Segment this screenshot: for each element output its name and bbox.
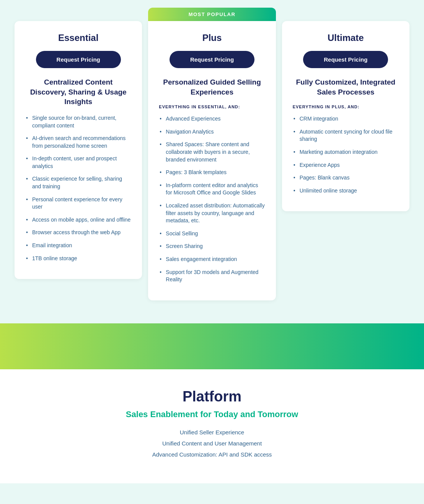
platform-subtitle: Sales Enablement for Today and Tomorrow [11,409,413,419]
essential-plan-card: Essential Request Pricing Centralized Co… [15,21,142,279]
essential-request-pricing-button[interactable]: Request Pricing [36,51,121,68]
list-item: Email integration [25,242,131,250]
plus-plan-title: Plus [159,33,265,43]
list-item: Navigation Analytics [159,128,265,136]
list-item: In-depth content, user and prospect anal… [25,155,131,170]
ultimate-everything-label: EVERYTHING IN PLUS, AND: [293,104,399,109]
list-item: 1TB online storage [25,255,131,263]
pricing-grid: Essential Request Pricing Centralized Co… [11,21,413,300]
ultimate-plan-title: Ultimate [293,33,399,43]
platform-feature-2: Unified Content and User Management [11,438,413,449]
list-item: Shared Spaces: Share content and collabo… [159,141,265,163]
list-item: Support for 3D models and Augmented Real… [159,269,265,284]
list-item: Screen Sharing [159,243,265,250]
pricing-section: MOST POPULAR Essential Request Pricing C… [0,0,424,323]
platform-section: Platform Sales Enablement for Today and … [0,369,424,483]
list-item: Pages: Blank canvas [293,174,399,182]
plus-request-pricing-button[interactable]: Request Pricing [170,51,254,68]
most-popular-badge: MOST POPULAR [148,8,276,21]
gradient-divider [0,323,424,369]
list-item: AI-driven search and recommendations fro… [25,135,131,150]
plus-plan-card: Plus Request Pricing Personalized Guided… [148,21,276,300]
essential-plan-title: Essential [25,33,131,43]
plus-feature-list: Advanced Experiences Navigation Analytic… [159,115,265,284]
list-item: Pages: 3 Blank templates [159,169,265,176]
list-item: CRM integration [293,115,399,123]
platform-feature-1: Unified Seller Experience [11,427,413,437]
essential-feature-list: Single source for on-brand, current, com… [25,114,131,262]
list-item: Sales engagement integration [159,256,265,263]
list-item: Unlimited online storage [293,187,399,195]
plus-plan-headline: Personalized Guided Selling Experiences [159,77,265,97]
list-item: Single source for on-brand, current, com… [25,114,131,129]
plus-everything-label: EVERYTHING IN ESSENTIAL, AND: [159,104,265,109]
list-item: In-platform content editor and analytics… [159,182,265,197]
ultimate-plan-card: Ultimate Request Pricing Fully Customize… [282,21,409,211]
list-item: Browser access through the web App [25,229,131,237]
list-item: Advanced Experiences [159,115,265,123]
list-item: Experience Apps [293,161,399,169]
list-item: Automatic content syncing for cloud file… [293,128,399,143]
platform-features: Unified Seller Experience Unified Conten… [11,427,413,460]
essential-plan-headline: Centralized Content Discovery, Sharing &… [25,77,131,107]
ultimate-request-pricing-button[interactable]: Request Pricing [303,51,388,68]
list-item: Localized asset distribution: Automatica… [159,202,265,225]
ultimate-feature-list: CRM integration Automatic content syncin… [293,115,399,194]
list-item: Social Selling [159,230,265,238]
list-item: Classic experience for selling, sharing … [25,175,131,190]
platform-feature-3: Advanced Customization: API and SDK acce… [11,449,413,460]
list-item: Access on mobile apps, online and offlin… [25,216,131,224]
platform-title: Platform [11,388,413,405]
list-item: Marketing automation integration [293,148,399,156]
ultimate-plan-headline: Fully Customized, Integrated Sales Proce… [293,77,399,97]
list-item: Personal content experience for every us… [25,196,131,211]
